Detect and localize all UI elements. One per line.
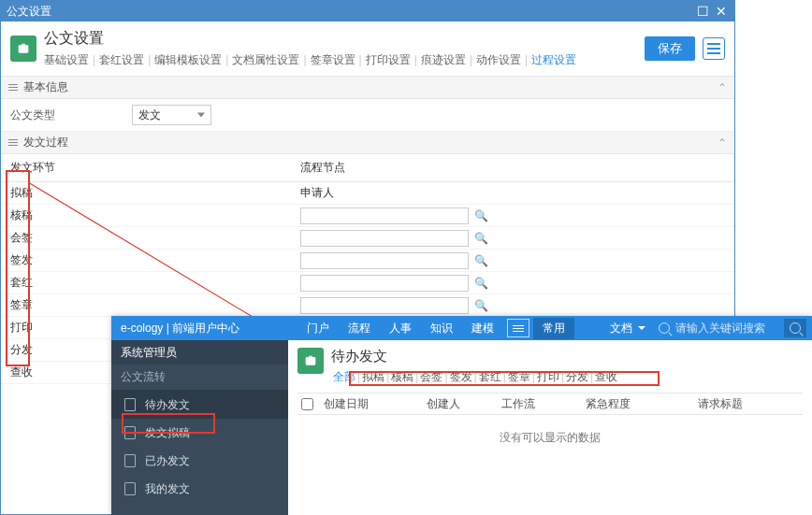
nav-item[interactable]: 门户 (297, 322, 339, 335)
tab-3[interactable]: 文档属性设置 (232, 53, 299, 66)
col-creator: 创建人 (419, 396, 494, 412)
filter-tab[interactable]: 签章 (508, 370, 530, 383)
sidebar-group[interactable]: 公文流转 (111, 365, 288, 391)
filter-tab[interactable]: 核稿 (391, 370, 413, 383)
doc-type-label: 公文类型 (10, 107, 132, 123)
filter-tab[interactable]: 分发 (566, 370, 588, 383)
grid-row: 拟稿申请人 (1, 182, 734, 205)
grid-row: 套红🔍 (1, 272, 734, 294)
sidebar-item[interactable]: 发文拟稿 (111, 419, 288, 447)
search-icon[interactable]: 🔍 (474, 209, 488, 222)
portal-brand: e-cology | 前端用户中心 (111, 316, 288, 340)
chevron-up-icon[interactable]: ⌃ (718, 136, 727, 150)
sidebar-item-label: 待办发文 (145, 397, 190, 413)
filter-tab[interactable]: 拟稿 (362, 370, 384, 383)
filter-tab[interactable]: 全部 (333, 370, 355, 383)
select-all-checkbox[interactable] (301, 398, 313, 410)
admin-name: 系统管理员 (111, 340, 288, 365)
search-input[interactable] (675, 322, 778, 335)
filter-tab[interactable]: 会签 (420, 370, 442, 383)
stage-label: 签发 (10, 252, 300, 268)
tab-1[interactable]: 套红设置 (99, 53, 144, 66)
col-urgency: 紧急程度 (578, 396, 690, 412)
chevron-up-icon[interactable]: ⌃ (718, 81, 727, 94)
header-tabs: 基础设置|套红设置|编辑模板设置|文档属性设置|签章设置|打印设置|痕迹设置|动… (44, 52, 645, 68)
sidebar: e-cology | 前端用户中心 系统管理员 公文流转 待办发文发文拟稿已办发… (111, 316, 288, 515)
save-button[interactable]: 保存 (645, 36, 695, 61)
grid-row: 签章🔍 (1, 294, 734, 317)
nav-item[interactable]: 知识 (421, 322, 462, 335)
doc-type-select[interactable]: 发文 (132, 105, 211, 125)
dialog-title: 公文设置 (7, 4, 691, 20)
briefcase-icon (297, 348, 324, 374)
sidebar-item[interactable]: 我的发文 (111, 475, 288, 503)
dialog-titlebar: 公文设置 ☐ ✕ (1, 1, 734, 21)
col-date: 创建日期 (316, 396, 419, 412)
filter-tab[interactable]: 套红 (479, 370, 501, 383)
content-header: 待办发文 全部|拟稿|核稿|会签|签发|套红|签章|打印|分发|查收 (297, 348, 803, 385)
page-title: 公文设置 (44, 29, 645, 49)
portal-window: e-cology | 前端用户中心 系统管理员 公文流转 待办发文发文拟稿已办发… (111, 316, 812, 515)
section-process[interactable]: 发文过程 ⌃ (1, 132, 734, 154)
list-icon (8, 139, 18, 146)
node-input[interactable] (300, 297, 469, 314)
tab-5[interactable]: 打印设置 (366, 53, 411, 66)
list-menu-icon[interactable] (703, 37, 725, 60)
node-input[interactable] (300, 230, 469, 247)
content-title: 待办发文 (331, 348, 619, 365)
stage-label: 核稿 (10, 207, 300, 223)
search-icon[interactable]: 🔍 (474, 299, 488, 312)
content-tabs: 全部|拟稿|核稿|会签|签发|套红|签章|打印|分发|查收 (331, 369, 619, 385)
document-icon (124, 454, 136, 467)
tab-4[interactable]: 签章设置 (311, 53, 355, 66)
grid-header: 发文环节 流程节点 (1, 154, 734, 182)
search-icon[interactable]: 🔍 (474, 277, 488, 290)
dialog-header: 公文设置 基础设置|套红设置|编辑模板设置|文档属性设置|签章设置|打印设置|痕… (1, 21, 734, 77)
document-icon (124, 398, 136, 411)
doc-type-row: 公文类型 发文 (1, 99, 734, 132)
search-icon[interactable]: 🔍 (474, 232, 488, 245)
stage-label: 套红 (10, 275, 300, 291)
tab-0[interactable]: 基础设置 (44, 53, 89, 66)
nav-item[interactable]: 流程 (339, 322, 380, 335)
filter-tab[interactable]: 签发 (450, 370, 472, 383)
section-process-label: 发文过程 (23, 135, 68, 150)
portal-main: 门户流程人事知识建模 常用 文档 待办发文 全部|拟稿|核稿|会签|签发|套红|… (288, 316, 812, 515)
search-icon[interactable]: 🔍 (474, 254, 488, 267)
nav-item[interactable]: 人事 (380, 322, 421, 335)
no-data-text: 没有可以显示的数据 (297, 415, 803, 461)
nav-doc-dropdown[interactable]: 文档 (602, 318, 653, 339)
filter-tab[interactable]: 打印 (537, 370, 559, 383)
nav-menu-icon[interactable] (507, 319, 529, 337)
filter-tab[interactable]: 查收 (595, 370, 617, 383)
close-button[interactable]: ✕ (714, 4, 729, 19)
nav-item[interactable]: 建模 (462, 322, 503, 335)
node-input[interactable] (300, 275, 469, 292)
document-icon (124, 482, 136, 495)
node-input[interactable] (300, 252, 469, 269)
tab-6[interactable]: 痕迹设置 (421, 53, 466, 66)
grid-col-node: 流程节点 (300, 160, 345, 176)
sidebar-item[interactable]: 待办发文 (111, 391, 288, 419)
list-icon (8, 84, 18, 91)
node-input[interactable] (300, 207, 469, 224)
col-title: 请求标题 (690, 396, 803, 412)
maximize-button[interactable]: ☐ (695, 4, 710, 19)
search-icon (790, 322, 801, 334)
grid-row: 会签🔍 (1, 227, 734, 250)
search-button[interactable] (784, 319, 806, 337)
tab-7[interactable]: 动作设置 (476, 53, 521, 66)
section-basic-label: 基本信息 (23, 79, 68, 95)
tab-8[interactable]: 过程设置 (531, 53, 576, 66)
table-header: 创建日期 创建人 工作流 紧急程度 请求标题 (297, 393, 803, 415)
grid-col-stage: 发文环节 (10, 160, 300, 176)
nav-common[interactable]: 常用 (533, 318, 574, 339)
col-workflow: 工作流 (494, 396, 578, 412)
node-value: 申请人 (300, 185, 725, 201)
sidebar-item-label: 已办发文 (145, 453, 190, 469)
sidebar-item-label: 发文拟稿 (145, 425, 190, 441)
sidebar-item[interactable]: 已办发文 (111, 447, 288, 475)
top-nav: 门户流程人事知识建模 常用 文档 (288, 316, 812, 340)
tab-2[interactable]: 编辑模板设置 (154, 53, 222, 66)
section-basic[interactable]: 基本信息 ⌃ (1, 77, 734, 99)
